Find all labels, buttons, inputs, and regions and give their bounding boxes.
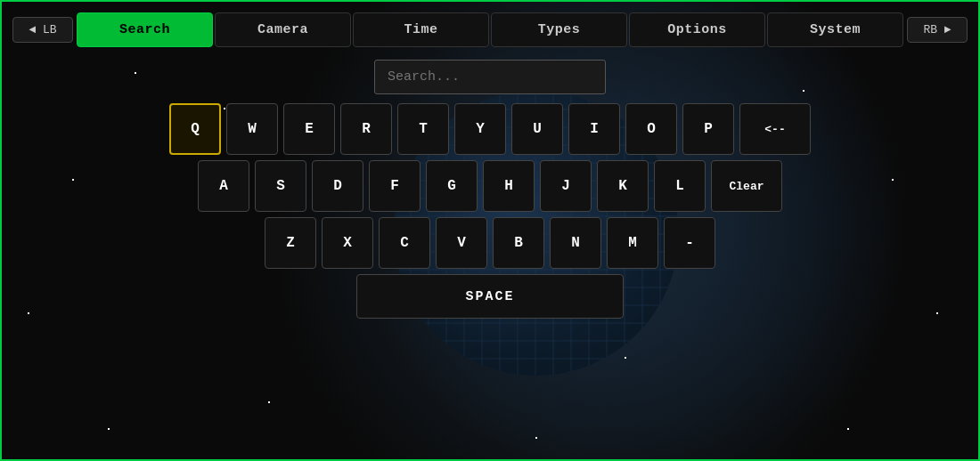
- key-g[interactable]: G: [426, 160, 478, 212]
- key-m[interactable]: M: [607, 217, 658, 269]
- key-k[interactable]: K: [597, 160, 649, 212]
- rb-button[interactable]: RB ►: [907, 17, 968, 43]
- key-z[interactable]: Z: [265, 217, 316, 269]
- search-input-wrapper: [374, 60, 606, 94]
- key-x[interactable]: X: [322, 217, 373, 269]
- key-d[interactable]: D: [312, 160, 363, 212]
- key-backspace[interactable]: <--: [739, 103, 811, 155]
- key-i[interactable]: I: [568, 103, 620, 155]
- tab-time[interactable]: Time: [353, 12, 489, 47]
- search-input[interactable]: [374, 60, 606, 94]
- key-h[interactable]: H: [483, 160, 535, 212]
- nav-tabs: Search Camera Time Types Options System: [77, 12, 903, 47]
- key-row-1: Q W E R T Y U I O P <--: [169, 103, 811, 155]
- tab-types[interactable]: Types: [491, 12, 627, 47]
- key-space[interactable]: SPACE: [356, 274, 624, 319]
- key-p[interactable]: P: [682, 103, 734, 155]
- key-j[interactable]: J: [540, 160, 592, 212]
- key-s[interactable]: S: [255, 160, 306, 212]
- tab-options[interactable]: Options: [629, 12, 765, 47]
- key-t[interactable]: T: [397, 103, 449, 155]
- tab-system[interactable]: System: [767, 12, 903, 47]
- tab-search[interactable]: Search: [77, 12, 213, 47]
- key-l[interactable]: L: [654, 160, 706, 212]
- key-w[interactable]: W: [226, 103, 278, 155]
- key-dash[interactable]: -: [664, 217, 715, 269]
- keyboard: Q W E R T Y U I O P <-- A S D F G H J K …: [169, 103, 811, 319]
- key-n[interactable]: N: [550, 217, 601, 269]
- key-row-2: A S D F G H J K L Clear: [198, 160, 782, 212]
- key-a[interactable]: A: [198, 160, 249, 212]
- tab-camera[interactable]: Camera: [215, 12, 351, 47]
- key-row-3: Z X C V B N M -: [265, 217, 715, 269]
- key-y[interactable]: Y: [454, 103, 506, 155]
- key-o[interactable]: O: [625, 103, 677, 155]
- key-f[interactable]: F: [369, 160, 421, 212]
- key-u[interactable]: U: [511, 103, 563, 155]
- key-c[interactable]: C: [379, 217, 430, 269]
- lb-button[interactable]: ◄ LB: [12, 17, 73, 43]
- key-clear[interactable]: Clear: [711, 160, 782, 212]
- key-b[interactable]: B: [493, 217, 544, 269]
- navbar: ◄ LB Search Camera Time Types Options Sy…: [12, 12, 968, 47]
- key-q[interactable]: Q: [169, 103, 221, 155]
- key-v[interactable]: V: [436, 217, 487, 269]
- key-e[interactable]: E: [283, 103, 335, 155]
- key-r[interactable]: R: [340, 103, 392, 155]
